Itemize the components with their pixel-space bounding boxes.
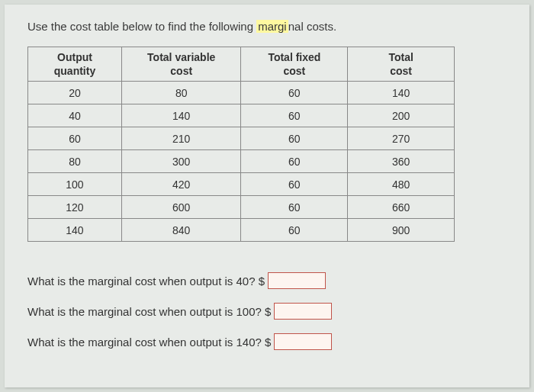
instruction-prefix: Use the cost table below to find the fol… — [27, 20, 256, 33]
cell-tfc: 60 — [241, 219, 348, 242]
instruction-text: Use the cost table below to find the fol… — [27, 20, 507, 33]
cell-tfc: 60 — [241, 150, 348, 173]
question-2: What is the marginal cost when output is… — [27, 303, 507, 320]
cell-tfc: 60 — [241, 173, 348, 196]
cell-output: 20 — [28, 82, 122, 104]
cell-tfc: 60 — [241, 196, 348, 219]
table-row: 20 80 60 140 — [28, 82, 455, 104]
question-1: What is the marginal cost when output is… — [27, 272, 507, 289]
cell-tc: 480 — [348, 173, 455, 196]
cell-tc: 660 — [348, 196, 455, 219]
cell-tvc: 420 — [121, 173, 241, 196]
answer-input-140[interactable] — [274, 333, 332, 350]
question-2-text: What is the marginal cost when output is… — [27, 305, 271, 318]
answer-input-100[interactable] — [274, 303, 332, 320]
table-row: 140 840 60 900 — [28, 219, 455, 242]
cell-tvc: 80 — [121, 82, 241, 104]
instruction-suffix: nal costs. — [288, 20, 336, 33]
cell-output: 140 — [28, 219, 122, 242]
table-header-row: Output quantity Total variable cost Tota… — [28, 47, 455, 82]
question-1-text: What is the marginal cost when output is… — [27, 275, 265, 288]
cell-tc: 360 — [348, 150, 455, 173]
cell-tvc: 840 — [121, 219, 241, 242]
cell-output: 40 — [28, 104, 122, 127]
cell-tfc: 60 — [241, 104, 348, 127]
instruction-highlight: margi — [256, 20, 288, 33]
header-tvc: Total variable cost — [121, 47, 241, 82]
cell-tc: 140 — [348, 82, 455, 104]
cell-output: 80 — [28, 150, 122, 173]
worksheet-page: Use the cost table below to find the fol… — [5, 5, 529, 387]
cell-tfc: 60 — [241, 127, 348, 150]
table-row: 100 420 60 480 — [28, 173, 455, 196]
cell-tvc: 600 — [121, 196, 241, 219]
cost-table: Output quantity Total variable cost Tota… — [27, 47, 455, 242]
question-3: What is the marginal cost when output is… — [27, 333, 507, 350]
header-output: Output quantity — [28, 47, 122, 82]
table-row: 60 210 60 270 — [28, 127, 455, 150]
cell-tc: 200 — [348, 104, 455, 127]
table-row: 120 600 60 660 — [28, 196, 455, 219]
cell-tvc: 210 — [121, 127, 241, 150]
table-row: 80 300 60 360 — [28, 150, 455, 173]
header-tfc: Total fixed cost — [241, 47, 348, 82]
question-3-text: What is the marginal cost when output is… — [27, 336, 271, 349]
cell-tvc: 140 — [121, 104, 241, 127]
header-tc: Total cost — [348, 47, 455, 82]
cell-output: 100 — [28, 173, 122, 196]
cell-output: 120 — [28, 196, 122, 219]
cell-output: 60 — [28, 127, 122, 150]
cell-tc: 900 — [348, 219, 455, 242]
table-row: 40 140 60 200 — [28, 104, 455, 127]
cell-tc: 270 — [348, 127, 455, 150]
cell-tfc: 60 — [241, 82, 348, 104]
cell-tvc: 300 — [121, 150, 241, 173]
answer-input-40[interactable] — [268, 272, 326, 289]
